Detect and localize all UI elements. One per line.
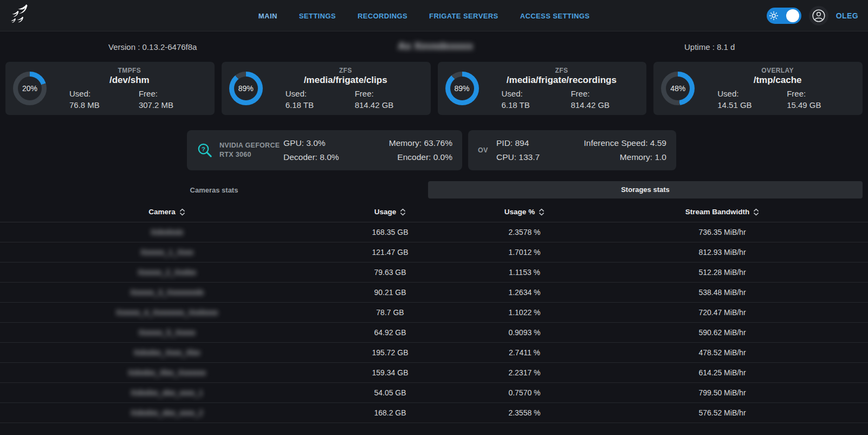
mount-path: /dev/shm (51, 75, 208, 86)
usage-pct-cell: 2.7411 % (446, 343, 603, 362)
usage-pct-cell: 2.3558 % (446, 403, 603, 423)
usage-cell: 78.7 GB (334, 303, 446, 322)
table-row: Xxlxxlxx_xlxx_xxxx_1 54.05 GB 0.7570 % 7… (0, 383, 868, 403)
storage-card-recordings: 89% ZFS /media/frigate/recordings Used: … (438, 62, 647, 115)
user-icon (812, 9, 826, 23)
usage-donut: 89% (229, 72, 263, 105)
storage-card-tmp-cache: 48% OVERLAY /tmp/cache Used: Free: 14.51… (653, 62, 863, 115)
bandwidth-cell: 812.93 MiB/hr (603, 242, 842, 262)
status-row: Version : 0.13.2-6476f8a Ax Xxvxdxxxxx U… (0, 36, 868, 60)
bandwidth-cell: 614.25 MiB/hr (603, 363, 842, 382)
hardware-row: ? NVIDIA GEFORCE RTX 3060 GPU: 3.0% Deco… (187, 130, 868, 170)
theme-toggle[interactable] (767, 8, 801, 24)
used-label: Used: (717, 88, 787, 99)
gpu-name-label: NVIDIA GEFORCE RTX 3060 (219, 141, 283, 159)
usage-donut: 48% (661, 72, 695, 105)
nav-item-frigate-servers[interactable]: FRIGATE SERVERS (429, 12, 498, 20)
frigate-logo (11, 3, 34, 28)
free-value: 814.42 GB (571, 99, 640, 111)
fs-type-label: TMPFS (51, 67, 208, 74)
nav-item-recordings[interactable]: RECORDINGS (358, 12, 407, 20)
table-row: Xxxxxx_5_Xxxxx 64.92 GB 0.9093 % 590.62 … (0, 323, 868, 343)
gpu-inspect-icon: ? (197, 142, 213, 158)
table-row: Xxxxxx_2_Xxxlxx 79.63 GB 1.1153 % 512.28… (0, 263, 868, 283)
storage-cards-row: 20% TMPFS /dev/shm Used: Free: 76.8 MB 3… (5, 62, 863, 115)
nav-item-settings[interactable]: SETTINGS (299, 12, 336, 20)
fs-type-label: ZFS (267, 67, 424, 74)
usage-cell: 195.72 GB (334, 343, 446, 362)
mount-path: /media/frigate/clips (267, 75, 424, 86)
detector-card: OV PID: 894 CPU: 133.7 Inference Speed: … (468, 130, 676, 170)
sort-icon (400, 208, 406, 216)
table-header-row: Camera Usage Usage % Stream Bandwidth (0, 202, 868, 222)
tab-cameras-stats[interactable]: Cameras stats (0, 186, 428, 194)
detector-pid: PID: 894 (496, 136, 540, 150)
gpu-decoder: Decoder: 8.0% (283, 150, 339, 164)
storage-stats-table: Camera Usage Usage % Stream Bandwidth Xx… (0, 202, 868, 423)
gpu-usage: GPU: 3.0% (283, 136, 339, 150)
nav-item-access-settings[interactable]: ACCESS SETTINGS (520, 12, 590, 20)
usage-cell: 168.2 GB (334, 403, 446, 423)
free-label: Free: (787, 88, 856, 99)
camera-name-blurred: Xxxxxx_5_Xxxxx (0, 323, 334, 342)
free-value: 814.42 GB (355, 99, 424, 111)
usage-pct-cell: 1.1022 % (446, 303, 603, 322)
donut-percent-label: 20% (22, 84, 37, 93)
gpu-card: ? NVIDIA GEFORCE RTX 3060 GPU: 3.0% Deco… (187, 130, 462, 170)
camera-name-blurred: Xxxxxx_3_Xxxxxxxxlx (0, 283, 334, 302)
camera-name-blurred: Xxxxxx_2_Xxxlxx (0, 263, 334, 282)
used-label: Used: (502, 88, 571, 99)
storage-card-dev-shm: 20% TMPFS /dev/shm Used: Free: 76.8 MB 3… (5, 62, 215, 115)
user-avatar-button[interactable] (809, 6, 828, 25)
donut-percent-label: 89% (454, 84, 469, 93)
detector-cpu: CPU: 133.7 (496, 150, 540, 164)
used-label: Used: (69, 88, 139, 99)
column-header-stream-bandwidth[interactable]: Stream Bandwidth (603, 202, 842, 222)
main-nav: MAIN SETTINGS RECORDINGS FRIGATE SERVERS… (258, 0, 590, 31)
usage-donut: 20% (13, 72, 47, 105)
uptime-label: Uptime : 8.1 d (684, 42, 735, 52)
bandwidth-cell: 736.35 MiB/hr (603, 222, 842, 242)
free-label: Free: (355, 88, 424, 99)
column-header-camera[interactable]: Camera (0, 202, 334, 222)
column-header-usage[interactable]: Usage (334, 202, 446, 222)
usage-donut: 89% (445, 72, 479, 105)
detector-memory: Memory: 1.0 (584, 150, 666, 164)
bandwidth-cell: 590.62 MiB/hr (603, 323, 842, 342)
detector-inference-speed: Inference Speed: 4.59 (584, 136, 666, 150)
free-label: Free: (571, 88, 640, 99)
nav-item-main[interactable]: MAIN (258, 12, 277, 20)
used-value: 14.51 GB (717, 99, 787, 111)
table-row: Xxxxxx_1_Xxxx 121.47 GB 1.7012 % 812.93 … (0, 242, 868, 263)
fs-type-label: ZFS (483, 67, 640, 74)
usage-pct-cell: 0.9093 % (446, 323, 603, 342)
usage-pct-cell: 1.2634 % (446, 283, 603, 302)
tab-storages-stats[interactable]: Storages stats (428, 181, 863, 199)
bandwidth-cell: 512.28 MiB/hr (603, 263, 842, 282)
table-row: Xxxxxx_3_Xxxxxxxxlx 90.21 GB 1.2634 % 53… (0, 283, 868, 303)
bandwidth-cell: 720.47 MiB/hr (603, 303, 842, 322)
free-value: 15.49 GB (787, 99, 856, 111)
donut-percent-label: 89% (238, 84, 254, 93)
username-label[interactable]: OLEG (836, 11, 858, 20)
table-row: Xxlxxlxx_xlxx_xxxx_2 168.2 GB 2.3558 % 5… (0, 403, 868, 423)
top-bar: MAIN SETTINGS RECORDINGS FRIGATE SERVERS… (0, 0, 868, 31)
usage-cell: 79.63 GB (334, 263, 446, 282)
usage-pct-cell: 2.2317 % (446, 363, 603, 382)
storage-card-clips: 89% ZFS /media/frigate/clips Used: Free:… (222, 62, 431, 115)
sun-icon (769, 11, 779, 21)
usage-cell: 121.47 GB (334, 242, 446, 262)
table-row: Xxlxxlxxix 168.35 GB 2.3578 % 736.35 MiB… (0, 222, 868, 242)
mount-path: /tmp/cache (699, 75, 856, 86)
used-value: 6.18 TB (286, 99, 355, 111)
bandwidth-cell: 538.48 MiB/hr (603, 283, 842, 302)
column-header-usage-pct[interactable]: Usage % (446, 202, 603, 222)
camera-name-blurred: Xxlxxlxx_Xlxx_Xxxxxxx (0, 363, 334, 382)
usage-pct-cell: 1.7012 % (446, 242, 603, 262)
usage-cell: 64.92 GB (334, 323, 446, 342)
usage-cell: 90.21 GB (334, 283, 446, 302)
camera-name-blurred: Xxlxxlxx_xlxx_xxxx_2 (0, 403, 334, 423)
bandwidth-cell: 478.52 MiB/hr (603, 343, 842, 362)
mount-path: /media/frigate/recordings (483, 75, 640, 86)
table-row: Xxlxxlxx_Xxxx_Xlxx 195.72 GB 2.7411 % 47… (0, 343, 868, 363)
